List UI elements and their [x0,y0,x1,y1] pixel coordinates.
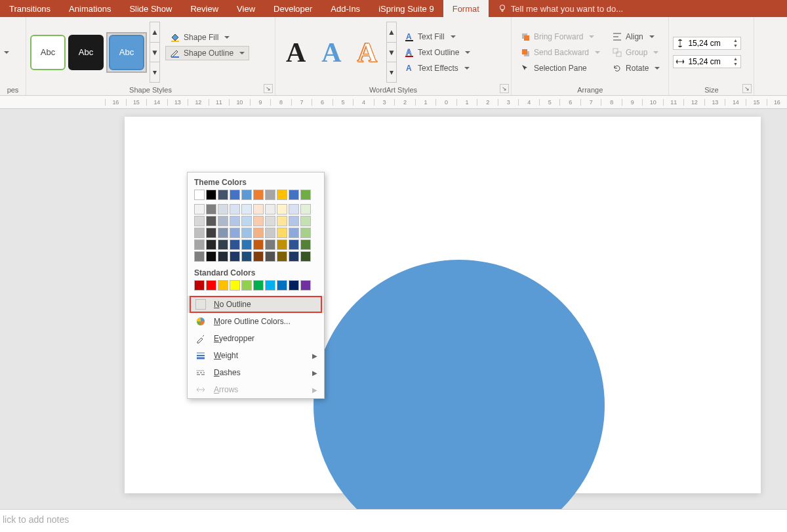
color-swatch[interactable] [206,228,216,238]
color-swatch[interactable] [289,190,299,200]
color-swatch[interactable] [194,228,205,238]
width-input[interactable] [688,57,729,66]
color-swatch[interactable] [218,216,228,226]
color-swatch[interactable] [277,239,287,250]
color-swatch[interactable] [253,190,264,200]
color-swatch[interactable] [253,216,264,226]
shape-style-preset-1[interactable]: Abc [30,35,66,70]
color-swatch[interactable] [253,228,264,238]
wordart-gallery-more[interactable]: ▲▼▾ [386,22,397,83]
color-swatch[interactable] [206,204,216,215]
text-outline-button[interactable]: AText Outline [399,45,475,60]
color-swatch[interactable] [194,216,205,226]
wordart-preset-1[interactable]: A [279,37,312,68]
color-swatch[interactable] [241,251,252,262]
color-swatch[interactable] [253,239,264,250]
color-swatch[interactable] [218,204,228,215]
color-swatch[interactable] [277,204,287,215]
tab-addins[interactable]: Add-Ins [321,0,369,17]
color-swatch[interactable] [206,251,216,262]
tab-transitions[interactable]: Transitions [0,0,60,17]
text-fill-button[interactable]: AText Fill [399,30,475,44]
shape-style-gallery-more[interactable]: ▲▼▾ [150,22,160,83]
shape-style-preset-2[interactable]: Abc [68,35,104,70]
color-swatch[interactable] [241,216,252,226]
more-outline-colors-item[interactable]: More Outline Colors... [188,313,324,330]
color-swatch[interactable] [300,239,311,250]
color-swatch[interactable] [230,251,240,262]
color-swatch[interactable] [194,239,205,250]
color-swatch[interactable] [194,190,205,200]
color-swatch[interactable] [265,251,275,262]
dashes-item[interactable]: Dashes▶ [188,364,324,381]
color-swatch[interactable] [206,190,216,200]
color-swatch[interactable] [289,280,299,291]
color-swatch[interactable] [265,190,275,200]
color-swatch[interactable] [300,190,311,200]
wordart-preset-3[interactable]: A [351,37,384,68]
tab-slideshow[interactable]: Slide Show [120,0,181,17]
notes-pane[interactable]: lick to add notes [0,509,787,532]
color-swatch[interactable] [230,204,240,215]
color-swatch[interactable] [265,216,275,226]
tab-animations[interactable]: Animations [60,0,120,17]
shape-fill-button[interactable]: Shape Fill [165,30,249,45]
rotate-button[interactable]: Rotate [607,61,664,75]
chevron-down-icon[interactable] [4,51,9,54]
color-swatch[interactable] [277,190,287,200]
color-swatch[interactable] [206,216,216,226]
width-spinner[interactable]: ▲▼ [731,56,739,67]
color-swatch[interactable] [218,228,228,238]
align-button[interactable]: Align [607,30,664,44]
tell-me-search[interactable]: Tell me what you want to do... [489,0,632,17]
color-swatch[interactable] [218,190,228,200]
group-objects-button[interactable]: Group [607,45,664,60]
color-swatch[interactable] [277,216,287,226]
color-swatch[interactable] [194,280,205,291]
shape-style-preset-3-selected[interactable]: Abc [106,32,147,73]
color-swatch[interactable] [300,228,311,238]
color-swatch[interactable] [194,251,205,262]
color-swatch[interactable] [277,228,287,238]
color-swatch[interactable] [265,204,275,215]
color-swatch[interactable] [241,228,252,238]
wordart-dialog-launcher[interactable]: ↘ [500,84,509,93]
color-swatch[interactable] [289,204,299,215]
color-swatch[interactable] [206,239,216,250]
tab-ispring[interactable]: iSpring Suite 9 [369,0,443,17]
color-swatch[interactable] [289,216,299,226]
height-input[interactable] [688,39,729,48]
color-swatch[interactable] [289,239,299,250]
color-swatch[interactable] [289,251,299,262]
color-swatch[interactable] [230,228,240,238]
color-swatch[interactable] [230,216,240,226]
color-swatch[interactable] [253,204,264,215]
selection-pane-button[interactable]: Selection Pane [515,61,605,75]
color-swatch[interactable] [265,228,275,238]
color-swatch[interactable] [230,190,240,200]
size-dialog-launcher[interactable]: ↘ [742,84,752,93]
color-swatch[interactable] [218,251,228,262]
color-swatch[interactable] [253,251,264,262]
color-swatch[interactable] [230,280,240,291]
color-swatch[interactable] [241,204,252,215]
shape-styles-dialog-launcher[interactable]: ↘ [264,84,273,93]
color-swatch[interactable] [241,280,252,291]
no-outline-item[interactable]: NNo Outlineo Outline [188,296,324,313]
bring-forward-button[interactable]: Bring Forward [515,30,605,44]
tab-format[interactable]: Format [443,0,489,17]
color-swatch[interactable] [253,280,264,291]
wordart-preset-2[interactable]: A [315,37,348,68]
color-swatch[interactable] [241,239,252,250]
color-swatch[interactable] [289,228,299,238]
color-swatch[interactable] [277,251,287,262]
color-swatch[interactable] [218,239,228,250]
color-swatch[interactable] [230,239,240,250]
color-swatch[interactable] [300,251,311,262]
send-backward-button[interactable]: Send Backward [515,45,605,60]
text-effects-button[interactable]: AText Effects [399,61,475,75]
color-swatch[interactable] [265,239,275,250]
color-swatch[interactable] [265,280,275,291]
shape-outline-button[interactable]: Shape Outline [165,46,249,60]
color-swatch[interactable] [194,204,205,215]
